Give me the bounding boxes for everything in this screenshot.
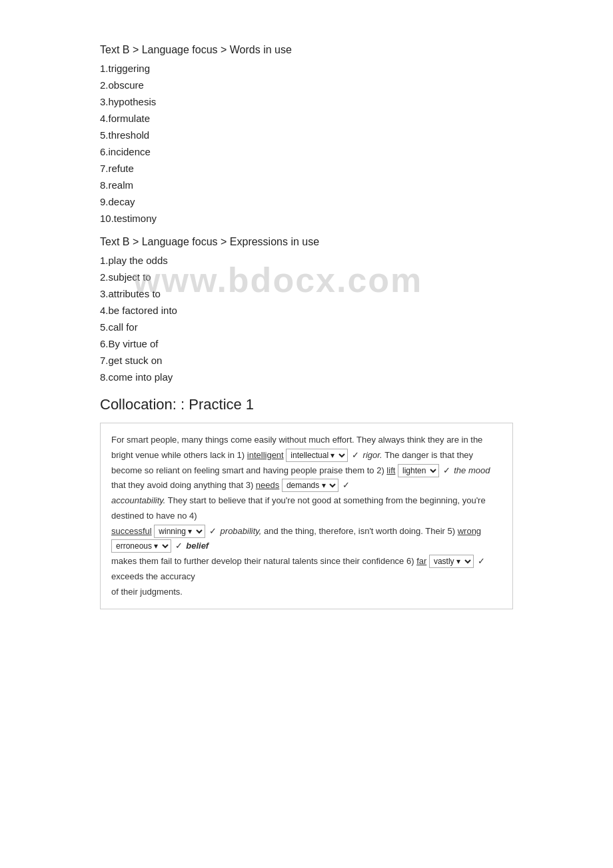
section1-heading: Text B > Language focus > Words in use <box>100 44 513 56</box>
word5-italic: belief <box>186 541 209 551</box>
list-item: 10.testimony <box>100 213 513 224</box>
word5-correct: wrong <box>458 526 481 536</box>
collocation-heading: Collocation: : Practice 1 <box>100 396 513 413</box>
list-item: 4.be factored into <box>100 305 513 316</box>
word6-correct: far <box>416 556 426 566</box>
checkmark3: ✓ <box>342 480 350 490</box>
word1-correct: intelligent <box>247 450 284 460</box>
word1-select[interactable]: intellectual ▾ <box>286 449 348 462</box>
checkmark2: ✓ <box>443 465 450 475</box>
list-item: 1.play the odds <box>100 255 513 266</box>
word5-select[interactable]: erroneous ▾ <box>111 539 171 553</box>
word1-italic: rigor. <box>363 450 382 460</box>
list-item: 2.obscure <box>100 79 513 91</box>
list-item: 8.come into play <box>100 371 513 383</box>
checkmark6: ✓ <box>478 556 485 566</box>
list-item: 3.hypothesis <box>100 96 513 107</box>
text6: makes them fail to further develop their… <box>111 556 416 566</box>
list-item: 7.get stuck on <box>100 355 513 366</box>
word6-after: exceeds the accuracy <box>111 571 195 581</box>
list-item: 7.refute <box>100 163 513 174</box>
text3: that they avoid doing anything that 3) <box>111 480 256 490</box>
word3-correct: needs <box>256 480 279 490</box>
checkmark1: ✓ <box>352 450 359 460</box>
word6-select[interactable]: vastly ▾ <box>429 555 474 568</box>
practice-box: For smart people, many things come easil… <box>100 423 513 609</box>
word3-select[interactable]: demands ▾ <box>282 479 338 492</box>
word4-select[interactable]: winning ▾ <box>154 525 205 538</box>
list-item: 6.incidence <box>100 146 513 157</box>
list-item: 6.By virtue of <box>100 338 513 349</box>
text7: of their judgments. <box>111 587 183 597</box>
list-item: 2.subject to <box>100 271 513 283</box>
list-item: 9.decay <box>100 196 513 207</box>
word4-italic: probability, <box>221 526 262 536</box>
checkmark4: ✓ <box>209 526 217 536</box>
word2-select[interactable]: lighten <box>398 464 439 477</box>
list-item: 3.attributes to <box>100 288 513 299</box>
word2-italic: the mood <box>454 465 490 475</box>
text5: and the thing, therefore, isn't worth do… <box>264 526 458 536</box>
text4: They start to believe that if you're not… <box>111 495 486 521</box>
list-item: 1.triggering <box>100 63 513 74</box>
word2-correct: lift <box>386 465 395 475</box>
list-item: 5.call for <box>100 321 513 333</box>
list-item: 4.formulate <box>100 113 513 124</box>
list-item: 8.realm <box>100 179 513 191</box>
word3-italic: accountability. <box>111 495 165 505</box>
word4-correct: successful <box>111 526 152 536</box>
list-item: 5.threshold <box>100 129 513 141</box>
checkmark5: ✓ <box>175 541 183 551</box>
section2-heading: Text B > Language focus > Expressions in… <box>100 236 513 248</box>
